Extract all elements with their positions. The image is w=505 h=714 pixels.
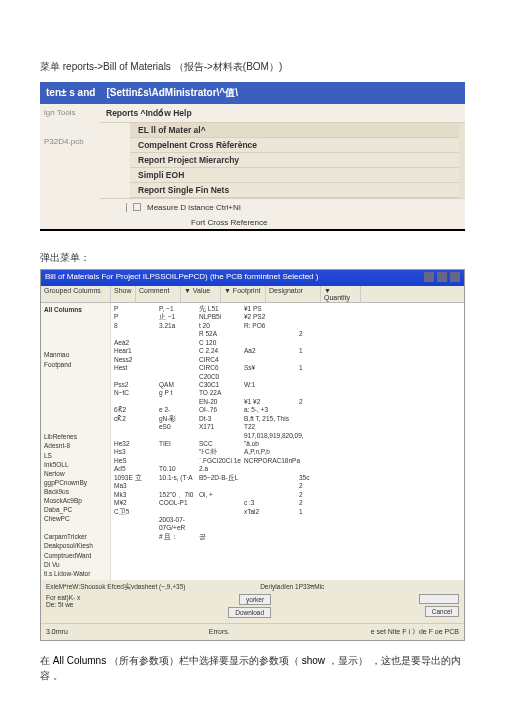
popup-section-label: 弹出菜单：	[40, 251, 465, 265]
cell: 6K̃2	[114, 406, 159, 414]
cell	[244, 474, 299, 482]
menu-item-single-pin[interactable]: Report Single Fin Nets	[130, 183, 459, 198]
menu-port-cross-ref[interactable]: Fort Cross Reference	[100, 216, 465, 229]
menu-item-hierarchy[interactable]: Report Project Mierarchy	[130, 153, 459, 168]
menu-item-cross-ref[interactable]: Compelnent Cross Rèferènce	[130, 138, 459, 153]
allcols-item[interactable]: MosckAc9Bp	[44, 496, 107, 505]
table-row[interactable]: N~tCg P tTO 22A	[114, 389, 461, 397]
table-row[interactable]: Hs3"I·C卦A,P,n,P,b	[114, 448, 461, 456]
reports-menu-header[interactable]: Reports ^Indó̇w Help	[100, 104, 465, 123]
allcols-item[interactable]: Adesnt-8	[44, 441, 107, 450]
allcols-item[interactable]	[44, 341, 107, 350]
col-show[interactable]: Show	[111, 286, 136, 302]
table-row[interactable]: He32TIEISCC"â.ob	[114, 440, 461, 448]
cell	[299, 432, 339, 440]
maximize-icon[interactable]	[437, 272, 447, 282]
col-value[interactable]: ▼ Value	[181, 286, 221, 302]
allcols-item[interactable]: LibRefenes	[44, 432, 107, 441]
cell: QAM	[159, 381, 199, 389]
table-row[interactable]: 6K̃2e 2-OI-.76a: 5-, +3	[114, 406, 461, 414]
allcols-item[interactable]	[44, 378, 107, 387]
cell: 2	[299, 499, 339, 507]
status-left: 3.0mru	[46, 628, 68, 635]
allcols-item[interactable]: Daba_PC	[44, 505, 107, 514]
allcols-item[interactable]	[44, 387, 107, 396]
allcols-item[interactable]: Deakposol/Kiesh	[44, 541, 107, 550]
table-row[interactable]: 1093E 立10.1·s, (T·AB5~2D-B-丘L35c	[114, 474, 461, 482]
allcols-item[interactable]	[44, 314, 107, 323]
allcols-item[interactable]: ti.s Lidow-Wator	[44, 569, 107, 578]
table-row[interactable]: Ad5T0.102.a	[114, 465, 461, 473]
reports-submenu: EL ll of Mater al^ Compelnent Cross Rèfe…	[130, 123, 459, 198]
grid-header-row: Grouped Columns Show Comment ▼ Value ▼ F…	[41, 286, 464, 303]
allcols-item[interactable]	[44, 323, 107, 332]
allcols-item[interactable]: Back9os	[44, 487, 107, 496]
all-columns-panel[interactable]: All Columns ManmaoFootpand LibRefenesAde…	[41, 303, 111, 580]
table-row[interactable]: C卫5xTal21	[114, 508, 461, 516]
table-row[interactable]: Hear1C 2.24Aa21	[114, 347, 461, 355]
table-row[interactable]: Pss2QAMC30C1W:1	[114, 381, 461, 389]
cell	[299, 440, 339, 448]
close-icon[interactable]	[450, 272, 460, 282]
table-row[interactable]: 83.21at 20R: PO6	[114, 322, 461, 330]
allcols-item[interactable]: ChewPC	[44, 514, 107, 523]
allcols-item[interactable]: Footpand	[44, 360, 107, 369]
table-row[interactable]: HeS`.FGCI20Ci 1eNCRPORAC18nPa	[114, 457, 461, 465]
table-row[interactable]: R 52A2	[114, 330, 461, 338]
allcols-item[interactable]	[44, 414, 107, 423]
table-row[interactable]: P止 ~1NLPB5l¥2 PS2	[114, 313, 461, 321]
table-row[interactable]: HestCIRC6Ss¥1	[114, 364, 461, 372]
option-checkbox-1[interactable]: For eat)K- x	[46, 594, 80, 601]
table-row[interactable]: Ness2CIRC4	[114, 356, 461, 364]
minimize-icon[interactable]	[424, 272, 434, 282]
allcols-item[interactable]: Di Vu	[44, 560, 107, 569]
allcols-item[interactable]	[44, 523, 107, 532]
cell	[114, 432, 159, 440]
table-row[interactable]: C20C0	[114, 373, 461, 381]
table-row[interactable]: cK̃2gN-彩Dt-3B,ft T, 215, This	[114, 415, 461, 423]
cell: OI-.76	[199, 406, 244, 414]
cell	[199, 499, 244, 507]
download-button[interactable]: Download	[228, 607, 271, 618]
allcols-item[interactable]	[44, 332, 107, 341]
allcols-item[interactable]	[44, 369, 107, 378]
allcols-item[interactable]: ggpPCnownBy	[44, 478, 107, 487]
allcols-item[interactable]	[44, 405, 107, 414]
col-quantity[interactable]: ▼ Quantity	[321, 286, 361, 302]
table-row[interactable]: M¥2COOL-P1c :32	[114, 499, 461, 507]
table-row[interactable]: # 且：공	[114, 533, 461, 541]
col-comment[interactable]: Comment	[136, 286, 181, 302]
yorker-button[interactable]: yorker	[239, 594, 271, 605]
table-row[interactable]: Ma32	[114, 482, 461, 490]
allcols-item[interactable]: Ink5OLL	[44, 460, 107, 469]
table-row[interactable]: EN-20¥1 ¥22	[114, 398, 461, 406]
table-row[interactable]: eS0X171T22	[114, 423, 461, 431]
template-label: Deriyladi̇en 1P33शMic	[260, 583, 324, 592]
allcols-item[interactable]: ComptruedWard	[44, 551, 107, 560]
menu-item-bom[interactable]: EL ll of Mater al^	[130, 123, 459, 138]
cell: Oi, +	[199, 491, 244, 499]
cancel-button[interactable]: Cancel	[425, 606, 459, 617]
table-row[interactable]: PP, ~1先 L51¥1 PS	[114, 305, 461, 313]
blank-button[interactable]	[419, 594, 459, 604]
allcols-item[interactable]	[44, 423, 107, 432]
allcols-item[interactable]: CarpamTricker	[44, 532, 107, 541]
table-row[interactable]: 917,018,919,820,09,	[114, 432, 461, 440]
col-grouped[interactable]: Grouped Columns	[41, 286, 111, 302]
menu-measure-distance[interactable]: Measure D istance Ctrl+NI	[100, 198, 465, 216]
table-row[interactable]: 2003-07-07G/+eR	[114, 516, 461, 533]
allcols-item[interactable]: Nertow	[44, 469, 107, 478]
allcols-item[interactable]: Manmao	[44, 350, 107, 359]
grid-rows[interactable]: PP, ~1先 L51¥1 PSP止 ~1NLPB5l¥2 PS283.21at…	[111, 303, 464, 580]
col-designator[interactable]: Designator	[266, 286, 321, 302]
allcols-item[interactable]	[44, 396, 107, 405]
table-row[interactable]: Mk3152"0 、7i0Oi, +2	[114, 491, 461, 499]
cell	[244, 339, 299, 347]
table-row[interactable]: Aeà2C 120	[114, 339, 461, 347]
allcols-item[interactable]: LS	[44, 451, 107, 460]
cell	[114, 516, 159, 533]
cell: P	[114, 305, 159, 313]
menu-item-simple-bom[interactable]: Simpli EOH	[130, 168, 459, 183]
option-checkbox-2[interactable]: De: 5t we	[46, 601, 80, 608]
col-footprint[interactable]: ▼ Footprint	[221, 286, 266, 302]
